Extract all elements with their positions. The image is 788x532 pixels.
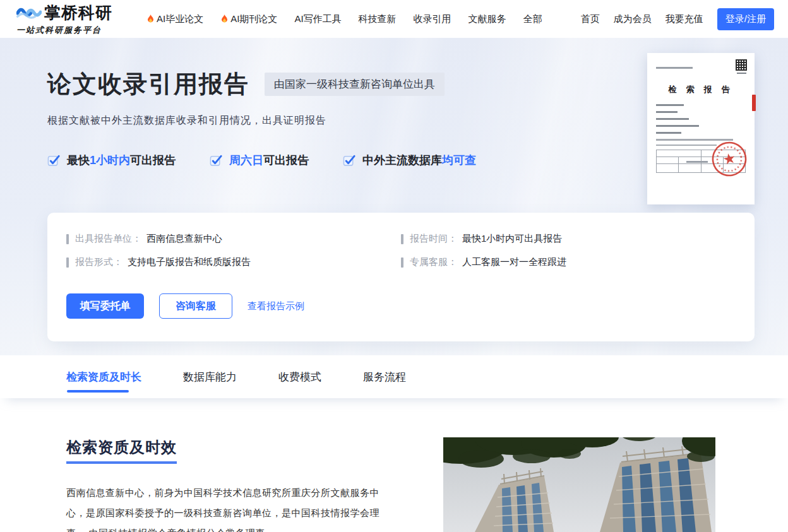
nav-item-ai-writing-tools[interactable]: AI写作工具	[294, 13, 341, 25]
nav-label: AI期刊论文	[230, 13, 277, 25]
nav-item-all[interactable]: 全部	[523, 13, 542, 25]
nav-item-novelty-search[interactable]: 科技查新	[359, 13, 397, 25]
nav-item-citation-report[interactable]: 收录引用	[414, 13, 451, 25]
section-paragraph: 西南信息查新中心，前身为中国科学技术信息研究所重庆分所文献服务中心，是原国家科委…	[66, 483, 381, 532]
fire-icon	[146, 15, 155, 24]
feature-fast-report: 最快1小时内可出报告	[47, 153, 176, 168]
section-tabs: 检索资质及时长 数据库能力 收费模式 服务流程	[0, 355, 788, 398]
office-buildings-photo	[443, 437, 715, 532]
nav-item-home[interactable]: 首页	[581, 13, 600, 25]
checkbox-check-icon	[343, 154, 356, 167]
info-row-report-time: 报告时间： 最快1小时内可出具报告	[401, 233, 736, 245]
feature-weekend-report: 周六日可出报告	[210, 153, 309, 168]
qr-code-icon	[736, 59, 747, 71]
doc-number-line	[656, 67, 693, 69]
tab-service-process[interactable]: 服务流程	[363, 355, 406, 398]
nav-item-become-member[interactable]: 成为会员	[614, 13, 652, 25]
fire-icon	[220, 15, 229, 24]
authority-badge: 由国家一级科技查新咨询单位出具	[265, 73, 445, 96]
view-report-sample-link[interactable]: 查看报告示例	[248, 300, 304, 312]
nav-item-literature-service[interactable]: 文献服务	[469, 13, 506, 25]
logo-wave-icon	[16, 5, 42, 21]
doc-title: 检 索 报 告	[656, 84, 746, 95]
doc-red-bookmark	[752, 95, 756, 111]
brand-logo[interactable]: 掌桥科研 一站式科研服务平台	[16, 2, 112, 36]
doc-field-lines	[656, 104, 746, 134]
nav-label: 全部	[523, 13, 542, 25]
nav-label: 科技查新	[359, 13, 397, 25]
fill-commission-form-button[interactable]: 填写委托单	[66, 293, 144, 319]
report-sample-thumbnail: 检 索 报 告	[647, 53, 755, 204]
brand-tagline: 一站式科研服务平台	[16, 25, 112, 36]
section-heading: 检索资质及时效	[66, 437, 177, 464]
top-navbar: 掌桥科研 一站式科研服务平台 AI毕业论文 AI期刊论文 AI写作工具 科技查新…	[0, 0, 788, 38]
doc-signature-line	[686, 161, 708, 163]
checkbox-check-icon	[210, 154, 223, 167]
contact-support-button[interactable]: 咨询客服	[159, 293, 232, 319]
nav-label: 文献服务	[469, 13, 506, 25]
checkbox-check-icon	[47, 154, 61, 167]
row-marker	[401, 257, 403, 268]
tab-pricing-model[interactable]: 收费模式	[278, 355, 321, 398]
nav-label: AI毕业论文	[157, 13, 203, 25]
brand-name: 掌桥科研	[44, 2, 112, 24]
qr-caption-line	[737, 73, 746, 74]
hero-section: 论文收录引用报告 由国家一级科技查新咨询单位出具 根据文献被中外主流数据库收录和…	[0, 38, 788, 355]
info-row-report-format: 报告形式： 支持电子版报告和纸质版报告	[66, 256, 401, 268]
nav-label: AI写作工具	[294, 13, 341, 25]
page-title: 论文收录引用报告	[47, 68, 249, 100]
nav-right-group: 首页 成为会员 我要充值 登录/注册	[581, 8, 774, 30]
tab-search-qualification[interactable]: 检索资质及时长	[66, 355, 141, 398]
info-row-issuer: 出具报告单位： 西南信息查新中心	[66, 233, 401, 245]
service-info-card: 出具报告单位： 西南信息查新中心 报告时间： 最快1小时内可出具报告 报告形式：…	[47, 213, 755, 341]
nav-item-recharge[interactable]: 我要充值	[666, 13, 703, 25]
nav-label: 收录引用	[414, 13, 451, 25]
info-row-dedicated-support: 专属客服： 人工客服一对一全程跟进	[401, 256, 736, 268]
red-seal-icon	[707, 136, 751, 181]
feature-all-databases: 中外主流数据库均可查	[343, 153, 476, 168]
qualification-section: 检索资质及时效 西南信息查新中心，前身为中国科学技术信息研究所重庆分所文献服务中…	[0, 398, 788, 532]
nav-item-ai-thesis[interactable]: AI毕业论文	[146, 13, 203, 25]
login-register-button[interactable]: 登录/注册	[717, 8, 774, 30]
row-marker	[66, 234, 69, 244]
tab-database-capability[interactable]: 数据库能力	[183, 355, 237, 398]
row-marker	[401, 234, 403, 244]
row-marker	[66, 257, 69, 268]
nav-item-ai-journal[interactable]: AI期刊论文	[220, 13, 277, 25]
main-nav: AI毕业论文 AI期刊论文 AI写作工具 科技查新 收录引用 文献服务 全部	[146, 13, 542, 25]
